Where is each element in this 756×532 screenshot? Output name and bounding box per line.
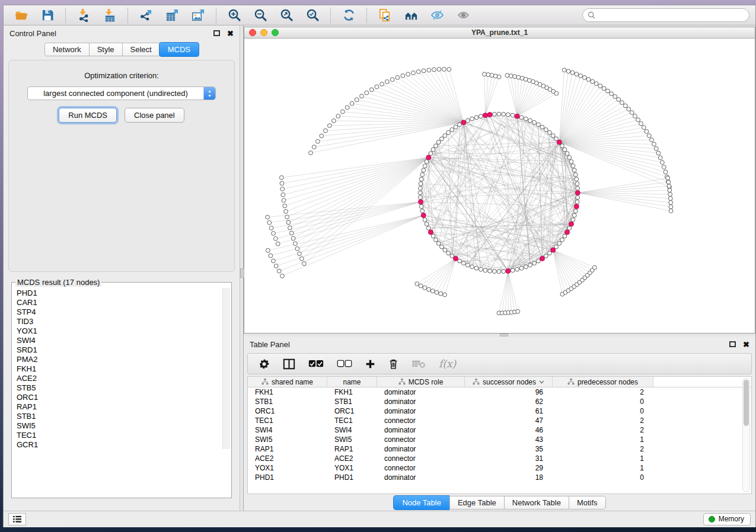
float-panel-icon[interactable] — [729, 341, 736, 347]
network-node[interactable] — [516, 309, 520, 313]
network-node[interactable] — [669, 205, 673, 209]
table-row[interactable]: STB1 STB1 dominator 62 0 — [248, 397, 751, 406]
cell-mcds-role[interactable]: dominator — [377, 473, 465, 482]
network-node[interactable] — [524, 117, 528, 121]
network-node[interactable] — [544, 128, 548, 132]
network-node[interactable] — [582, 76, 586, 80]
network-node[interactable] — [647, 134, 651, 138]
network-node[interactable] — [565, 152, 569, 156]
network-node[interactable] — [669, 209, 673, 213]
network-node[interactable] — [483, 268, 487, 273]
cell-successor-nodes[interactable]: 61 — [465, 407, 553, 415]
cell-successor-nodes[interactable]: 47 — [465, 416, 553, 425]
create-column-button[interactable] — [365, 359, 375, 369]
cell-shared-name[interactable]: STB1 — [248, 398, 327, 406]
network-node[interactable] — [450, 128, 454, 132]
network-node[interactable] — [465, 118, 470, 123]
cell-predecessor-nodes[interactable]: 0 — [553, 407, 653, 415]
cell-name[interactable]: TEC1 — [327, 416, 377, 425]
network-node[interactable] — [430, 289, 435, 293]
list-item[interactable]: PHD1 — [17, 289, 231, 298]
network-node[interactable] — [662, 165, 666, 169]
network-node[interactable] — [289, 231, 294, 235]
cell-name[interactable]: ACE2 — [327, 454, 377, 463]
network-node[interactable] — [532, 261, 537, 265]
network-node[interactable] — [506, 113, 510, 117]
network-node[interactable] — [380, 82, 384, 86]
cell-predecessor-nodes[interactable]: 2 — [553, 416, 653, 425]
network-node[interactable] — [324, 129, 328, 133]
network-node[interactable] — [636, 118, 640, 122]
list-item[interactable]: FKH1 — [17, 364, 231, 374]
network-node[interactable] — [418, 191, 422, 195]
network-node[interactable] — [280, 274, 285, 278]
network-node[interactable] — [425, 159, 429, 164]
network-node[interactable] — [575, 72, 579, 76]
network-node[interactable] — [286, 220, 291, 225]
network-node[interactable] — [557, 241, 562, 245]
table-row[interactable]: ORC1 ORC1 dominator 61 0 — [248, 406, 751, 416]
cell-mcds-role[interactable]: dominator — [377, 426, 465, 434]
network-node[interactable] — [283, 204, 287, 208]
cell-mcds-role[interactable]: connector — [377, 464, 465, 472]
network-node[interactable] — [654, 146, 658, 150]
mcds-node[interactable] — [487, 113, 492, 117]
network-node[interactable] — [633, 114, 637, 118]
network-node[interactable] — [571, 164, 575, 168]
cell-name[interactable]: FKH1 — [327, 388, 377, 396]
network-node[interactable] — [575, 177, 579, 181]
splitter-handle[interactable] — [240, 268, 244, 278]
network-node[interactable] — [375, 85, 379, 89]
network-node[interactable] — [667, 184, 671, 188]
network-node[interactable] — [280, 181, 284, 185]
network-node[interactable] — [419, 177, 423, 181]
export-image-button[interactable] — [186, 7, 210, 24]
list-item[interactable]: SWI4 — [17, 336, 231, 345]
cell-shared-name[interactable]: PHD1 — [248, 473, 327, 482]
network-node[interactable] — [511, 113, 515, 117]
network-node[interactable] — [666, 176, 670, 180]
network-node[interactable] — [434, 238, 438, 242]
network-node[interactable] — [434, 144, 438, 148]
network-node[interactable] — [627, 107, 631, 111]
network-node[interactable] — [440, 245, 444, 249]
cell-mcds-role[interactable]: dominator — [377, 388, 465, 396]
network-node[interactable] — [320, 134, 324, 138]
network-node[interactable] — [273, 236, 277, 241]
mcds-node[interactable] — [540, 256, 545, 261]
list-scrollbar[interactable] — [222, 288, 230, 449]
criterion-dropdown[interactable]: largest connected component (undirected)… — [27, 86, 216, 100]
network-node[interactable] — [336, 114, 340, 118]
export-table-button[interactable] — [160, 7, 184, 24]
network-node[interactable] — [551, 134, 555, 138]
network-node[interactable] — [639, 121, 643, 126]
network-node[interactable] — [419, 182, 423, 186]
select-all-rows-button[interactable] — [308, 360, 324, 368]
network-node[interactable] — [420, 172, 425, 177]
mcds-node[interactable] — [428, 230, 433, 235]
network-node[interactable] — [341, 110, 345, 114]
cell-mcds-role[interactable]: dominator — [377, 445, 465, 453]
first-neighbors-button[interactable] — [399, 7, 423, 24]
network-node[interactable] — [490, 73, 494, 78]
network-node[interactable] — [272, 232, 276, 236]
network-node[interactable] — [586, 78, 591, 82]
table-scrollbar[interactable] — [742, 378, 750, 492]
tab-edge-table[interactable]: Edge Table — [449, 496, 504, 509]
network-node[interactable] — [426, 226, 430, 230]
network-node[interactable] — [548, 130, 552, 134]
cell-mcds-role[interactable]: connector — [377, 435, 465, 444]
tab-motifs[interactable]: Motifs — [569, 496, 606, 509]
network-node[interactable] — [660, 161, 664, 165]
network-node[interactable] — [666, 180, 671, 184]
network-node[interactable] — [572, 213, 576, 217]
network-node[interactable] — [602, 86, 606, 91]
delete-column-button[interactable] — [388, 358, 398, 370]
network-node[interactable] — [610, 92, 614, 96]
network-node[interactable] — [281, 193, 285, 197]
network-node[interactable] — [327, 124, 331, 128]
network-node[interactable] — [423, 286, 427, 290]
network-node[interactable] — [435, 290, 439, 294]
network-node[interactable] — [528, 263, 532, 267]
cell-name[interactable]: SWI5 — [327, 435, 377, 444]
